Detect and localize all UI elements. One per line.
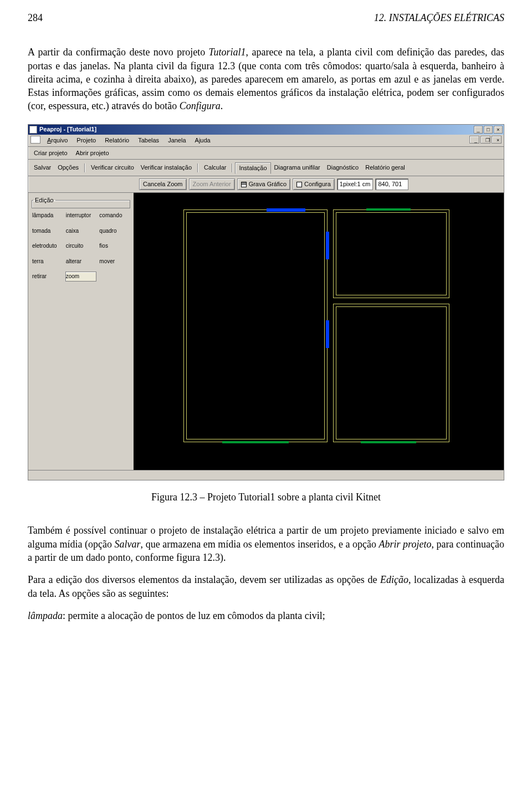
save-button[interactable]: Salvar [30,162,54,173]
close-button[interactable]: × [494,126,503,134]
maximize-button[interactable]: □ [484,126,493,134]
toolbar-view: Cancela Zoom Zoom Anterior Grava Gráfico… [28,176,504,193]
edit-legend: Edição [33,196,55,204]
configure-button[interactable]: Configura [293,178,335,190]
disk-icon [241,182,247,187]
mdi-window-buttons: _ ❐ × [469,136,502,145]
minimize-button[interactable]: _ [474,126,483,134]
edit-tool-alterar[interactable]: alterar [65,257,97,267]
menu-projeto[interactable]: Projeto [72,136,100,145]
text-italic: Edição [380,574,408,585]
edit-panel: Edição lâmpadainterruptorcomandotomadaca… [28,193,134,470]
text: Para a edição dos diversos elementos da … [28,574,380,585]
window-buttons: _ □ × [474,126,503,134]
edit-tool-fios[interactable]: fios [99,241,130,251]
statusbar [28,470,504,480]
calculate-button[interactable]: Calcular [201,162,229,173]
embedded-app-window: Peaproj - [Tutorial1] _ □ × AArquivorqui… [28,124,504,480]
edit-tool-retirar[interactable]: retirar [32,272,63,282]
separator-icon [84,163,85,172]
window-marker [361,441,416,443]
edit-tool-zoom[interactable]: zoom [65,272,97,282]
page-header: 284 12. INSTALAÇÕES ELÉTRICAS [28,11,504,24]
separator-icon [197,163,198,172]
edit-tool-tomada[interactable]: tomada [32,226,63,236]
verify-circuit-button[interactable]: Verificar circuito [88,162,137,173]
chapter-title: 12. INSTALAÇÕES ELÉTRICAS [374,11,504,24]
edit-tool-eletroduto[interactable]: eletroduto [32,241,63,251]
room-wall [186,212,325,439]
text-italic: Configura [180,100,221,111]
page-number: 284 [28,11,43,24]
window-marker [366,208,411,211]
edit-tool-quadro[interactable]: quadro [99,226,130,236]
label: Grava Gráfico [249,180,287,188]
options-button[interactable]: Opções [54,162,82,173]
door-marker [267,208,305,212]
paragraph-continue: Também é possível continuar o projeto de… [28,524,504,564]
text: , que armazena em mídia os elementos ins… [141,539,379,550]
menu-janela[interactable]: Janela [163,136,190,145]
figure-caption: Figura 12.3 – Projeto Tutorial1 sobre a … [28,490,504,504]
text-italic: lâmpada [28,610,63,621]
edit-tool-mover[interactable]: mover [99,257,130,267]
edit-tool-interruptor[interactable]: interruptor [65,211,97,221]
text: : permite a alocação de pontos de luz em… [63,610,325,621]
tab-report[interactable]: Relatório geral [362,162,408,173]
mdi-minimize-button[interactable]: _ [469,136,479,144]
titlebar: Peaproj - [Tutorial1] _ □ × [28,125,504,135]
create-project-button[interactable]: Criar projeto [30,149,71,157]
paragraph-lampada: lâmpada: permite a alocação de pontos de… [28,609,504,622]
menu-tabelas[interactable]: Tabelas [134,136,163,145]
separator-icon [232,163,233,172]
room-wall [336,306,447,439]
menu-arquivo[interactable]: AArquivorquivo [43,136,72,145]
mdi-icon [30,136,40,144]
window-title: Peaproj - [Tutorial1] [39,125,474,134]
text: A partir da confirmação deste novo proje… [28,47,209,58]
mdi-restore-button[interactable]: ❐ [480,136,490,144]
menu-relatorio[interactable]: Relatório [100,136,134,145]
toolbar-project: Criar projeto Abrir projeto [28,147,504,160]
edit-tool-caixa[interactable]: caixa [65,226,97,236]
menu-ajuda[interactable]: Ajuda [191,136,215,145]
label: Configura [304,180,331,188]
edit-grid: lâmpadainterruptorcomandotomadacaixaquad… [32,211,130,282]
prev-zoom-button[interactable]: Zoom Anterior [189,178,235,190]
text-italic: Abrir projeto [379,539,432,550]
door-marker [326,320,329,348]
cancel-zoom-button[interactable]: Cancela Zoom [139,178,187,190]
text: . [221,100,223,111]
edit-tool-lâmpada[interactable]: lâmpada [32,211,63,221]
edit-fieldset: Edição [32,196,130,208]
toolbar-actions: Salvar Opções Verificar circuito Verific… [28,160,504,176]
text-italic: Salvar [115,539,141,550]
tab-diagram[interactable]: Diagrama unifilar [271,162,324,173]
edit-tool-comando[interactable]: comando [99,211,130,221]
scale-field[interactable]: 1pixel:1 cm [337,178,374,190]
workarea: Edição lâmpadainterruptorcomandotomadaca… [28,193,504,470]
mdi-close-button[interactable]: × [492,136,502,144]
paragraph-intro: A partir da confirmação deste novo proje… [28,45,504,112]
room-wall [336,212,447,295]
paragraph-edit: Para a edição dos diversos elementos da … [28,573,504,600]
app-icon [29,126,37,134]
tab-installation[interactable]: Instalação [235,162,270,174]
open-project-button[interactable]: Abrir projeto [73,149,112,157]
edit-tool-terra[interactable]: terra [32,257,63,267]
window-marker [222,441,289,443]
coords-field[interactable]: 840, 701 [375,178,408,190]
edit-tool-circuito[interactable]: circuito [65,241,97,251]
menubar: AArquivorquivo Projeto Relatório Tabelas… [28,135,504,147]
door-marker [326,232,329,259]
save-graphic-button[interactable]: Grava Gráfico [237,178,290,190]
gear-icon [296,182,302,187]
drawing-canvas[interactable] [134,193,504,470]
tab-diagnosis[interactable]: Diagnóstico [324,162,362,173]
verify-install-button[interactable]: Verificar instalação [137,162,195,173]
text-italic: Tutorial1 [209,47,246,58]
